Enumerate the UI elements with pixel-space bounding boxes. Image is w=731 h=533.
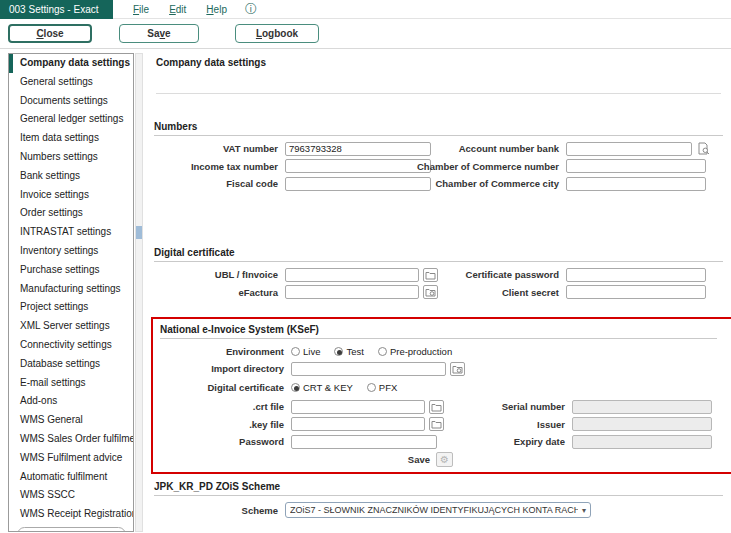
sidebar-scrollbar[interactable] [135, 53, 143, 532]
password-label: Password [160, 436, 291, 447]
radio-icon [291, 347, 300, 356]
sidebar-item[interactable]: General ledger settings [9, 110, 133, 129]
row-environment: Environment Live Test Pre-production [160, 344, 717, 359]
sidebar-item[interactable]: WMS Receipt Registration [9, 505, 133, 524]
certificate-password-label: Certificate password [443, 269, 566, 280]
radio-icon [367, 383, 376, 392]
ksef-save-label: Save [160, 454, 430, 465]
sidebar-scrollbar-thumb[interactable] [136, 226, 142, 239]
sidebar-item[interactable]: WMS Fulfilment advice [9, 449, 133, 468]
row-save: Save ⚙ [160, 452, 717, 468]
fiscal-code-input[interactable] [285, 177, 431, 191]
sidebar-item[interactable]: Project settings [9, 298, 133, 317]
section-digital-certificate: Digital certificate UBL / fInvoice Certi… [154, 247, 723, 300]
sidebar-item[interactable]: Company data settings [9, 54, 133, 73]
import-directory-input[interactable] [291, 362, 446, 376]
radio-icon [378, 347, 387, 356]
radio-pfx[interactable]: PFX [367, 382, 397, 393]
sidebar-item[interactable]: Order settings [9, 204, 133, 223]
sidebar-item[interactable]: WMS SSCC [9, 486, 133, 505]
partial-item[interactable] [17, 527, 126, 532]
crt-file-input[interactable] [291, 400, 425, 414]
radio-pre-production[interactable]: Pre-production [378, 346, 452, 357]
window-title: 003 Settings - Exact [0, 0, 113, 19]
folder-search-icon[interactable] [423, 285, 438, 299]
menu-help[interactable]: Help [206, 4, 227, 15]
coc-city-label: Chamber of Commerce city [443, 178, 566, 189]
radio-live[interactable]: Live [291, 346, 320, 357]
row-ubl: UBL / fInvoice Certificate password [154, 267, 723, 282]
toolbar: Close Save Logbook [0, 19, 731, 49]
ubl-input[interactable] [285, 268, 419, 282]
sidebar-item[interactable]: Add-ons [9, 392, 133, 411]
sidebar-item[interactable]: General settings [9, 73, 133, 92]
radio-test[interactable]: Test [334, 346, 363, 357]
scheme-dropdown-value: ZOiS7 - SŁOWNIK ZNACZNIKÓW IDENTYFIKUJĄC… [290, 505, 578, 515]
row-income-tax: Income tax number Chamber of Commerce nu… [154, 159, 723, 174]
sidebar-item[interactable]: Documents settings [9, 92, 133, 111]
folder-icon[interactable] [429, 417, 444, 431]
sidebar-item[interactable]: Item data settings [9, 129, 133, 148]
divider [156, 93, 721, 94]
efactura-input[interactable] [285, 285, 419, 299]
ksef-highlight-box: National e-Invoice System (KSeF) Environ… [151, 317, 731, 474]
browse-document-icon[interactable] [695, 142, 711, 156]
sidebar-item[interactable]: Bank settings [9, 167, 133, 186]
sidebar-item[interactable]: Inventory settings [9, 242, 133, 261]
income-tax-label: Income tax number [154, 161, 285, 172]
folder-icon[interactable] [429, 400, 444, 414]
menu-bar: 003 Settings - Exact File Edit Help ⓘ [0, 0, 731, 19]
sidebar-item[interactable]: Automatic fulfilment [9, 468, 133, 487]
row-key-file: .key file Issuer [160, 417, 717, 432]
sidebar-item[interactable]: Numbers settings [9, 148, 133, 167]
close-button[interactable]: Close [8, 24, 92, 43]
scheme-label: Scheme [154, 505, 285, 516]
chevron-down-icon: ▾ [582, 506, 586, 515]
folder-icon[interactable] [423, 268, 438, 282]
row-vat: VAT number Account number bank [154, 141, 723, 156]
ubl-label: UBL / fInvoice [154, 269, 285, 280]
sidebar-item[interactable]: Purchase settings [9, 261, 133, 280]
sidebar-item[interactable]: WMS Sales Order fulfilment [9, 430, 133, 449]
account-number-bank-input[interactable] [566, 142, 692, 156]
menu-edit[interactable]: Edit [169, 4, 186, 15]
sidebar-item[interactable]: Manufacturing settings [9, 280, 133, 299]
serial-number-input [572, 400, 712, 414]
sidebar-item[interactable]: Database settings [9, 355, 133, 374]
logbook-button[interactable]: Logbook [235, 24, 319, 43]
account-number-bank-label: Account number bank [443, 143, 566, 154]
sidebar-item[interactable]: Connectivity settings [9, 336, 133, 355]
scheme-dropdown[interactable]: ZOiS7 - SŁOWNIK ZNACZNIKÓW IDENTYFIKUJĄC… [285, 502, 591, 518]
info-icon[interactable]: ⓘ [245, 3, 257, 15]
password-input[interactable] [291, 435, 437, 449]
save-button[interactable]: Save [119, 24, 199, 43]
menu-file[interactable]: File [133, 4, 149, 15]
page-title: Company data settings [156, 57, 723, 68]
income-tax-input[interactable] [285, 159, 431, 173]
issuer-input [572, 417, 712, 431]
sidebar-list: Company data settings General settings D… [8, 53, 134, 532]
import-directory-label: Import directory [160, 363, 291, 374]
row-digital-certificate-type: Digital certificate CRT & KEY PFX [160, 380, 717, 395]
sidebar-item[interactable]: XML Server settings [9, 317, 133, 336]
sidebar-item[interactable]: INTRASTAT settings [9, 223, 133, 242]
vat-number-input[interactable] [285, 142, 431, 156]
client-secret-input[interactable] [566, 285, 706, 299]
row-crt-file: .crt file Serial number [160, 399, 717, 414]
expiry-date-input [572, 435, 712, 449]
folder-search-icon[interactable] [450, 362, 465, 376]
coc-number-label: Chamber of Commerce number [443, 161, 566, 172]
efactura-label: eFactura [154, 287, 285, 298]
environment-label: Environment [160, 346, 291, 357]
radio-crt-key[interactable]: CRT & KEY [291, 382, 353, 393]
sidebar-item[interactable]: E-mail settings [9, 374, 133, 393]
coc-city-input[interactable] [566, 177, 706, 191]
coc-number-input[interactable] [566, 159, 706, 173]
certificate-type-radio-group: CRT & KEY PFX [291, 382, 411, 393]
sidebar-item[interactable]: Invoice settings [9, 186, 133, 205]
key-file-input[interactable] [291, 417, 425, 431]
row-scheme: Scheme ZOiS7 - SŁOWNIK ZNACZNIKÓW IDENTY… [154, 503, 723, 518]
sidebar-item[interactable]: WMS General [9, 411, 133, 430]
certificate-password-input[interactable] [566, 268, 706, 282]
gear-icon[interactable]: ⚙ [436, 452, 453, 467]
